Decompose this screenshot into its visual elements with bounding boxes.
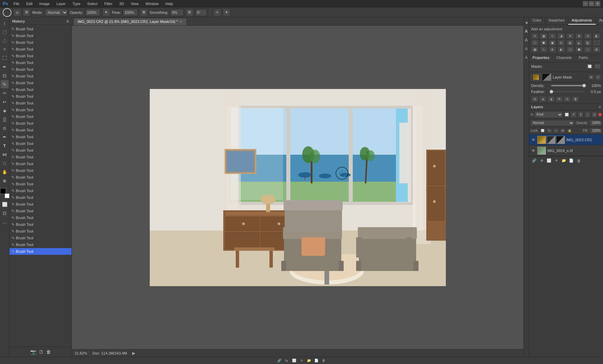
menu-edit[interactable]: Edit bbox=[24, 1, 35, 6]
delete-layer-button[interactable]: 🗑 bbox=[576, 158, 582, 163]
symmetry-button[interactable]: ⌖ bbox=[213, 9, 221, 16]
curves-icon[interactable]: ∿ bbox=[549, 33, 556, 39]
brightness-contrast-icon[interactable]: ☀ bbox=[531, 33, 539, 39]
invert-mask-button[interactable]: ◑ bbox=[547, 96, 555, 102]
menu-help[interactable]: Help bbox=[163, 1, 176, 6]
quick-mask-button[interactable]: ⬜ bbox=[1, 200, 9, 208]
history-item-27[interactable]: ✎Brush Tool bbox=[9, 208, 71, 214]
opacity-input[interactable] bbox=[85, 9, 100, 16]
menu-file[interactable]: File bbox=[11, 1, 22, 6]
menu-3d[interactable]: 3D bbox=[117, 1, 127, 6]
marquee-tool-button[interactable]: ⬚ bbox=[1, 28, 9, 36]
brush-settings-button[interactable]: ⚙ bbox=[23, 9, 30, 16]
add-adjustment-button[interactable]: ☀ bbox=[553, 158, 559, 163]
layer-1-visibility[interactable]: 👁 bbox=[530, 148, 536, 153]
hsl-icon[interactable]: ⊕ bbox=[575, 33, 583, 39]
history-item-12[interactable]: ✎Brush Tool bbox=[9, 107, 71, 113]
tab-close-button[interactable]: ✕ bbox=[180, 20, 182, 24]
menu-filter[interactable]: Filter bbox=[102, 1, 115, 6]
bw2-icon[interactable]: ◐ bbox=[557, 47, 565, 53]
menu-window[interactable]: Window bbox=[143, 1, 161, 6]
density-thumb[interactable] bbox=[582, 84, 586, 87]
create-new-snapshot-button[interactable]: 📷 bbox=[30, 349, 36, 355]
new-layer-button[interactable]: 📄 bbox=[568, 158, 574, 163]
layers-kind-select[interactable]: Kind Name Effect Mode Attribute Color Sm… bbox=[534, 111, 563, 118]
mask-edge-button[interactable]: ◈ bbox=[539, 96, 547, 102]
maximize-button[interactable]: □ bbox=[589, 1, 594, 6]
shape-tool-button[interactable]: □ bbox=[1, 159, 9, 167]
threshold-icon[interactable]: ◭ bbox=[575, 40, 583, 46]
brush-presets-button[interactable]: ≡ bbox=[13, 9, 21, 16]
channel2-icon[interactable]: ⬢ bbox=[575, 47, 583, 53]
clone-stamp-tool-button[interactable]: ✑ bbox=[1, 89, 9, 97]
lock-artboard-button[interactable]: ⊞ bbox=[560, 128, 566, 133]
vibrance-icon[interactable]: ✦ bbox=[567, 33, 574, 39]
text-tool-strip-button[interactable]: A bbox=[524, 28, 529, 35]
color-lookup-icon[interactable]: ▣ bbox=[549, 40, 556, 46]
feather-thumb[interactable] bbox=[550, 90, 553, 93]
history-item-18[interactable]: ✎Brush Tool bbox=[9, 147, 71, 154]
type-tool-button[interactable]: T bbox=[1, 142, 9, 150]
channel-mixer-icon[interactable]: ⬢ bbox=[540, 40, 547, 46]
lock-all-button[interactable]: 🔒 bbox=[567, 128, 572, 133]
eraser-tool-button[interactable]: ◈ bbox=[1, 107, 9, 115]
fill-input[interactable] bbox=[590, 128, 602, 133]
history-item-4[interactable]: ✎Brush Tool bbox=[9, 53, 71, 59]
bottom-adj-button[interactable]: ☀ bbox=[299, 358, 304, 363]
bottom-delete-button[interactable]: 🗑 bbox=[321, 358, 326, 363]
minimize-button[interactable]: ─ bbox=[583, 1, 588, 6]
refine-mask-button[interactable]: ⊞ bbox=[531, 96, 539, 102]
posterize-icon[interactable]: ▤ bbox=[567, 40, 574, 46]
hsl2-icon[interactable]: ⊕ bbox=[549, 47, 556, 53]
bw-icon[interactable]: ◐ bbox=[593, 33, 600, 39]
color-balance-icon[interactable]: ⊖ bbox=[584, 33, 592, 39]
exposure-icon[interactable]: ◑ bbox=[557, 33, 565, 39]
history-item-22[interactable]: ✎Brush Tool bbox=[9, 174, 71, 181]
tab-properties[interactable]: Properties bbox=[529, 55, 553, 62]
canvas-image[interactable] bbox=[150, 89, 446, 286]
curves2-icon[interactable]: ∿ bbox=[540, 47, 547, 53]
canvas-viewport[interactable] bbox=[72, 26, 523, 349]
screen-mode-button[interactable]: ⊡ bbox=[1, 209, 9, 217]
text2-strip-button[interactable]: A bbox=[524, 36, 529, 44]
history-panel-menu[interactable]: ≡ bbox=[66, 19, 69, 24]
gradient-tool-button[interactable]: ▒ bbox=[1, 115, 9, 123]
history-item-13[interactable]: ✎Brush Tool bbox=[9, 113, 71, 120]
document-tab[interactable]: IMG_0023.CR2 @ 21.8% (IMG_0023.CR2, Laye… bbox=[73, 18, 187, 25]
history-item-17[interactable]: ✎Brush Tool bbox=[9, 140, 71, 147]
text3-strip-button[interactable]: A bbox=[524, 45, 529, 53]
history-item-25[interactable]: ✎Brush Tool bbox=[9, 194, 71, 201]
bottom-link-button[interactable]: 🔗 bbox=[277, 358, 282, 363]
ps-logo[interactable]: Ps bbox=[3, 1, 8, 6]
add-mask-button[interactable]: ⬜ bbox=[546, 158, 552, 163]
history-item-6[interactable]: ✎Brush Tool bbox=[9, 66, 71, 73]
extra-tools-button[interactable]: … bbox=[1, 218, 9, 226]
opacity-input[interactable]: 100% bbox=[590, 120, 602, 126]
history-item-7[interactable]: ✎Brush Tool bbox=[9, 73, 71, 80]
apply-mask-button[interactable]: ⊕ bbox=[588, 74, 594, 80]
history-item-30[interactable]: ✎Brush Tool bbox=[9, 228, 71, 235]
feather-track[interactable] bbox=[551, 91, 584, 92]
pen-tool-button[interactable]: ✒ bbox=[1, 133, 9, 141]
lock-pixels-button[interactable]: ⬜ bbox=[540, 128, 545, 133]
collapse-right-button[interactable]: ◀ bbox=[524, 19, 529, 26]
gradient-map-icon[interactable]: ▥ bbox=[584, 40, 592, 46]
history-item-31[interactable]: ✎Brush Tool bbox=[9, 235, 71, 241]
history-item-16[interactable]: ✎Brush Tool bbox=[9, 133, 71, 140]
pixel-mask-icon[interactable]: ⬜ bbox=[586, 64, 593, 69]
shape-icon[interactable]: □ bbox=[584, 47, 592, 53]
filter-active-dot[interactable] bbox=[598, 113, 602, 116]
photo2-icon[interactable]: ⬡ bbox=[567, 47, 574, 53]
eyedropper-tool-button[interactable]: ✒ bbox=[1, 63, 9, 71]
history-item-14[interactable]: ✎Brush Tool bbox=[9, 120, 71, 127]
close-button[interactable]: ✕ bbox=[595, 1, 600, 6]
history-item-29[interactable]: ✎Brush Tool bbox=[9, 221, 71, 228]
navigate-forward-button[interactable]: ▶ bbox=[132, 351, 135, 356]
delete-state-button[interactable]: 🗑 bbox=[46, 349, 51, 355]
lasso-tool-button[interactable]: ◌ bbox=[1, 36, 9, 44]
history-item-19[interactable]: ✎Brush Tool bbox=[9, 154, 71, 160]
view-mask-button[interactable]: 👁 bbox=[555, 96, 563, 102]
dodge-tool-button[interactable]: ⊙ bbox=[1, 124, 9, 132]
menu-select[interactable]: Select bbox=[85, 1, 100, 6]
delete-mask-button[interactable]: 🗑 bbox=[572, 96, 579, 102]
